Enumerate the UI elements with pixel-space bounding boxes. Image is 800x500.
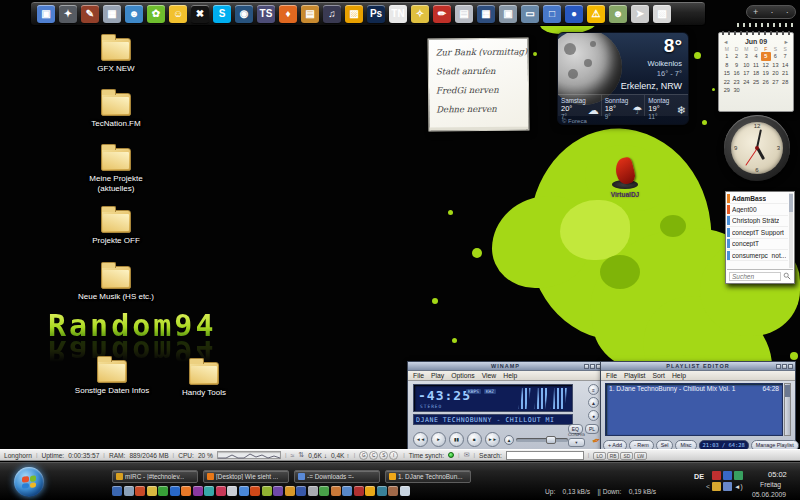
- quicklaunch-icon[interactable]: [124, 486, 134, 496]
- quicklaunch-icon[interactable]: [354, 486, 364, 496]
- dock-icon[interactable]: ☺: [169, 5, 187, 23]
- folder-icon[interactable]: [101, 266, 131, 289]
- calendar-date-cell[interactable]: 8: [722, 61, 732, 70]
- calendar-date-cell[interactable]: 20: [771, 69, 781, 78]
- desktop-icon-projekte-off[interactable]: Projekte OFF: [70, 210, 162, 246]
- clock-widget[interactable]: 12 3 6 9: [724, 115, 790, 181]
- calendar-date-cell[interactable]: 2: [732, 52, 742, 61]
- buddy-list-scrollbar[interactable]: [789, 193, 793, 268]
- monitor-s-button[interactable]: S: [379, 451, 388, 460]
- calendar-next-button[interactable]: ►: [784, 39, 789, 45]
- dock-icon[interactable]: ♫: [323, 5, 341, 23]
- dock-icon[interactable]: ▤: [301, 5, 319, 23]
- buddy-list-item[interactable]: conceptT Support: [727, 227, 788, 238]
- quicklaunch-icon[interactable]: [135, 486, 145, 496]
- winamp-menu-item[interactable]: Options: [451, 372, 474, 379]
- tray-network-icon[interactable]: [723, 471, 732, 480]
- monitor-c-button[interactable]: C: [369, 451, 378, 460]
- taskbar-task-button[interactable]: 1. DJane TechnoBun...: [385, 470, 471, 483]
- dock-icon[interactable]: ▣: [37, 5, 55, 23]
- calendar-date-cell[interactable]: 27: [771, 78, 781, 87]
- playlist-scrollbar[interactable]: [784, 383, 791, 436]
- winamp-titlebar[interactable]: WINAMP: [408, 362, 603, 371]
- transport-button[interactable]: ■: [467, 432, 482, 447]
- seek-slider[interactable]: [516, 438, 568, 442]
- calendar-date-cell[interactable]: [780, 86, 790, 95]
- tray-antivirus-icon[interactable]: [712, 471, 721, 480]
- quicklaunch-icon[interactable]: [319, 486, 329, 496]
- dock-icon[interactable]: ▭: [521, 5, 539, 23]
- shade-button[interactable]: [782, 364, 787, 369]
- calendar-date-cell[interactable]: 12: [761, 61, 771, 70]
- winamp-side-button[interactable]: ▲: [588, 397, 599, 408]
- playlist-menu-item[interactable]: File: [606, 372, 617, 379]
- folder-icon[interactable]: [97, 360, 127, 383]
- quicklaunch-icon[interactable]: [331, 486, 341, 496]
- dock-icon[interactable]: ☻: [609, 5, 627, 23]
- desktop-icon-virtualdj[interactable]: VirtualDJ: [602, 158, 648, 198]
- buddy-list-item[interactable]: AdamBass: [727, 193, 788, 204]
- seek-slider-thumb[interactable]: [546, 436, 556, 444]
- forecast-day[interactable]: Samstag 20° 7° ☁: [558, 95, 602, 116]
- quicklaunch-icon[interactable]: [273, 486, 283, 496]
- dock-icon[interactable]: □: [543, 5, 561, 23]
- transport-button[interactable]: ◄◄: [413, 432, 428, 447]
- transport-button[interactable]: ▮▮: [449, 432, 464, 447]
- folder-icon[interactable]: [189, 362, 219, 385]
- winamp-side-button[interactable]: ●: [588, 410, 599, 421]
- desktop-icon-neue-musik[interactable]: Neue Musik (HS etc.): [70, 266, 162, 302]
- dock-icon[interactable]: S: [213, 5, 231, 23]
- dock-icon[interactable]: ▣: [499, 5, 517, 23]
- buddy-list-item[interactable]: Christoph Strätz: [727, 216, 788, 227]
- calendar-date-cell[interactable]: 21: [780, 69, 790, 78]
- buddy-list-item[interactable]: conceptT: [727, 239, 788, 250]
- monitor-rb-button[interactable]: RB: [607, 452, 620, 460]
- monitor-g-button[interactable]: G: [359, 451, 368, 460]
- calendar-prev-button[interactable]: ◄: [723, 39, 728, 45]
- playlist-menu-item[interactable]: Playlist: [624, 372, 646, 379]
- calendar-date-cell[interactable]: 30: [732, 86, 742, 95]
- dock-icon[interactable]: ♦: [279, 5, 297, 23]
- monitor-lo-button[interactable]: LO: [593, 452, 605, 460]
- calendar-date-cell[interactable]: 1: [722, 52, 732, 61]
- close-button[interactable]: [788, 364, 793, 369]
- network-icon[interactable]: ⇅: [298, 451, 304, 459]
- quicklaunch-icon[interactable]: [193, 486, 203, 496]
- sound-icon[interactable]: ≈: [291, 452, 295, 459]
- sticky-note-widget[interactable]: Zur Bank (vormittag)Stadt anrufenFredGi …: [428, 37, 530, 131]
- dock-icon[interactable]: ✿: [147, 5, 165, 23]
- config-dropdown[interactable]: ▾: [568, 438, 585, 447]
- winamp-side-button[interactable]: ≡: [588, 384, 599, 395]
- tray-messenger-icon[interactable]: [712, 482, 721, 491]
- calendar-date-cell[interactable]: 24: [741, 78, 751, 87]
- quicklaunch-icon[interactable]: [388, 486, 398, 496]
- winamp-menu-item[interactable]: Help: [503, 372, 517, 379]
- buddy-list-item[interactable]: consumerpc_not...: [727, 250, 788, 261]
- forecast-day[interactable]: Montag 19° 11° ❄: [645, 95, 688, 116]
- dock-icon[interactable]: ✎: [81, 5, 99, 23]
- dock-icon[interactable]: ▧: [653, 5, 671, 23]
- calendar-date-cell[interactable]: 10: [741, 61, 751, 70]
- app-dock[interactable]: ▣✦✎▦☻✿☺✖S◉TS♦▤♫▨PsTN✧✏▤▦▣▭□●⚠☻➤▧: [30, 1, 706, 26]
- minimize-button[interactable]: [584, 364, 589, 369]
- dock-icon[interactable]: ⚠: [587, 5, 605, 23]
- calendar-date-cell[interactable]: 28: [780, 78, 790, 87]
- minimize-button[interactable]: [776, 364, 781, 369]
- quicklaunch-icon[interactable]: [308, 486, 318, 496]
- calendar-date-cell[interactable]: 25: [751, 78, 761, 87]
- quicklaunch-icon[interactable]: [227, 486, 237, 496]
- playlist-titlebar[interactable]: PLAYLIST EDITOR: [601, 362, 795, 371]
- desktop-icon-handy-tools[interactable]: Handy Tools: [158, 362, 250, 398]
- monitor-search-input[interactable]: [506, 451, 584, 460]
- playlist-toggle-button[interactable]: PL: [585, 424, 599, 434]
- taskbar-clock-time[interactable]: 05:02: [768, 470, 787, 479]
- playlist-track-list[interactable]: 1. DJane TechnoBunny - Chillout Mix Vol.…: [605, 383, 783, 436]
- buddy-search-input[interactable]: [729, 272, 781, 281]
- calendar-date-cell[interactable]: [741, 86, 751, 95]
- dock-icon[interactable]: ●: [565, 5, 583, 23]
- desktop-icon-tecnation-fm[interactable]: TecNation.FM: [70, 93, 162, 129]
- config-control[interactable]: CONFIG ▾: [568, 432, 585, 447]
- desktop-icon-sonstige-daten[interactable]: Sonstige Daten Infos: [66, 360, 158, 396]
- winamp-menu-item[interactable]: Play: [431, 372, 444, 379]
- monitor-lw-button[interactable]: LW: [634, 452, 647, 460]
